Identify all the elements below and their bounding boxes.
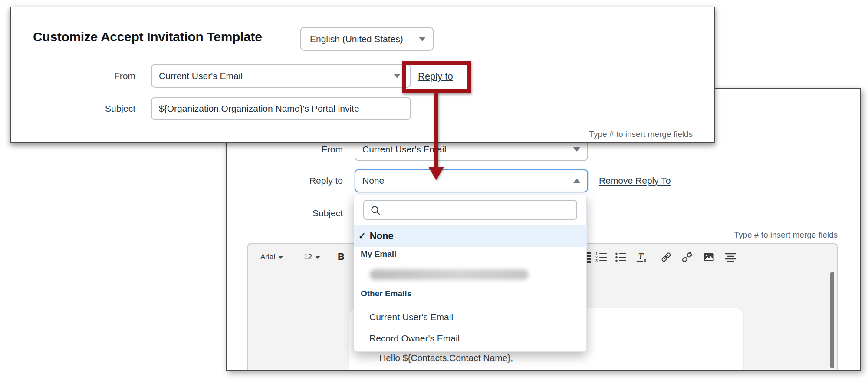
- chevron-down-icon: [315, 256, 320, 259]
- reply-to-value: None: [362, 176, 384, 186]
- front-from-value: Current User's Email: [159, 71, 243, 81]
- dropdown-search-input[interactable]: [363, 200, 577, 220]
- bold-button[interactable]: B: [338, 251, 345, 262]
- screenshot-stage: From Current User's Email Reply to None …: [0, 0, 868, 381]
- font-family-dropdown[interactable]: Arial: [260, 251, 283, 264]
- front-subject-label: Subject: [70, 97, 135, 120]
- blurred-email-address[interactable]: [370, 269, 529, 280]
- front-subject-value: ${Organization.Organization Name}'s Port…: [159, 103, 359, 114]
- language-value: English (United States): [310, 34, 403, 44]
- align-center-icon[interactable]: [724, 251, 737, 264]
- font-size-value: 12: [304, 253, 312, 262]
- search-icon: [370, 205, 382, 217]
- front-from-select[interactable]: Current User's Email: [151, 64, 411, 88]
- font-family-value: Arial: [260, 253, 275, 262]
- back-merge-field-hint: Type # to insert merge fields: [664, 230, 838, 240]
- dropdown-option-none[interactable]: ✓ None: [354, 225, 587, 247]
- svg-text:3: 3: [595, 258, 598, 263]
- chevron-up-icon: [573, 179, 580, 183]
- annotation-arrow: [428, 93, 444, 180]
- chevron-down-icon: [573, 147, 580, 152]
- editor-scrollbar[interactable]: [830, 272, 834, 368]
- email-body-text: Hello ${Contacts.Contact Name},: [379, 353, 513, 363]
- insert-image-icon[interactable]: [702, 251, 715, 264]
- back-subject-label: Subject: [278, 202, 343, 225]
- svg-text:x: x: [644, 257, 647, 263]
- font-size-dropdown[interactable]: 12: [304, 251, 320, 264]
- reply-to-select[interactable]: None: [355, 169, 588, 192]
- clear-formatting-icon[interactable]: T x: [636, 251, 649, 264]
- language-selector[interactable]: English (United States): [300, 27, 434, 51]
- page-title: Customize Accept Invitation Template: [33, 30, 262, 44]
- front-merge-field-hint: Type # to insert merge fields: [519, 129, 693, 139]
- toolbar-partial-icon[interactable]: [587, 251, 591, 264]
- chevron-down-icon: [278, 256, 283, 259]
- chevron-down-icon: [419, 37, 426, 41]
- front-from-label: From: [70, 64, 135, 88]
- front-subject-input[interactable]: ${Organization.Organization Name}'s Port…: [151, 97, 411, 120]
- remove-reply-to-link[interactable]: Remove Reply To: [599, 176, 671, 186]
- chevron-down-icon: [394, 74, 401, 78]
- ordered-list-icon[interactable]: 1 2 3: [595, 251, 608, 264]
- back-reply-to-label: Reply to: [278, 169, 343, 192]
- annotation-highlight-box: [402, 61, 471, 93]
- dropdown-group-my-email: My Email: [361, 249, 396, 259]
- dropdown-option-none-label: None: [370, 230, 394, 242]
- dropdown-option-current-user-email[interactable]: Current User's Email: [369, 312, 453, 322]
- checkmark-icon: ✓: [358, 231, 366, 241]
- remove-link-icon[interactable]: [681, 251, 694, 264]
- dropdown-group-other-emails: Other Emails: [361, 289, 411, 298]
- insert-link-icon[interactable]: [660, 251, 673, 264]
- dropdown-option-record-owner-email[interactable]: Record Owner's Email: [369, 333, 460, 344]
- svg-text:T: T: [638, 252, 644, 261]
- unordered-list-icon[interactable]: [614, 251, 627, 264]
